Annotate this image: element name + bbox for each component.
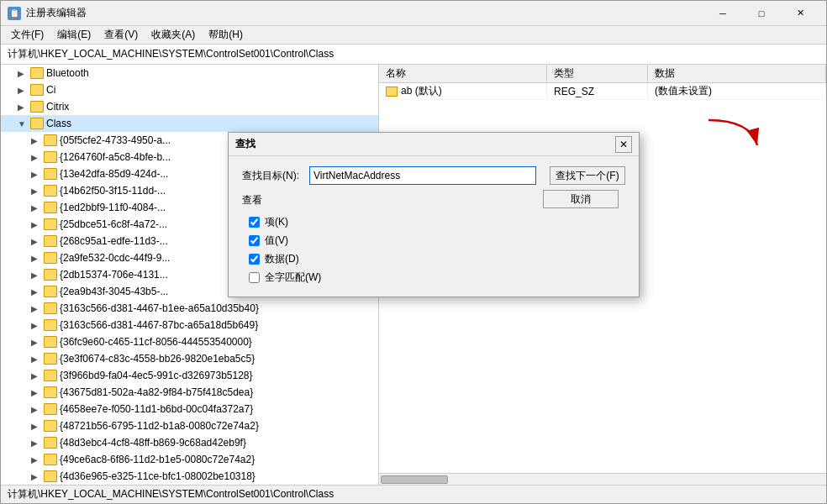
- status-bar: 计算机\HKEY_LOCAL_MACHINE\SYSTEM\ControlSet…: [1, 485, 826, 503]
- checkbox-whole-label: 全字匹配(W): [265, 270, 321, 285]
- tree-item[interactable]: ▶{4658ee7e-f050-11d1-b6bd-00c04fa372a7}: [1, 401, 378, 417]
- dialog-title-text: 查找: [235, 137, 255, 151]
- tree-item-label: {1264760f-a5c8-4bfe-b...: [60, 151, 171, 163]
- checkbox-whole[interactable]: [249, 272, 260, 283]
- folder-icon: [44, 386, 57, 398]
- tree-item[interactable]: ▶{43675d81-502a-4a82-9f84-b75f418c5dea}: [1, 384, 378, 401]
- tree-item[interactable]: ▼Class: [1, 115, 378, 132]
- tree-item[interactable]: ▶{3e3f0674-c83c-4558-bb26-9820e1eba5c5}: [1, 350, 378, 367]
- menu-bar: 文件(F) 编辑(E) 查看(V) 收藏夹(A) 帮助(H): [1, 26, 826, 45]
- menu-file[interactable]: 文件(F): [4, 26, 50, 44]
- tree-arrow-icon: ▶: [31, 304, 41, 313]
- col-header-type: 类型: [547, 65, 648, 82]
- folder-icon: [30, 118, 44, 129]
- tree-item-label: {4658ee7e-f050-11d1-b6bd-00c04fa372a7}: [60, 403, 253, 415]
- address-text: 计算机\HKEY_LOCAL_MACHINE\SYSTEM\ControlSet…: [8, 47, 334, 61]
- find-next-button[interactable]: 查找下一个(F): [550, 166, 625, 185]
- tree-item-label: {14b62f50-3f15-11dd-...: [60, 185, 166, 197]
- menu-edit[interactable]: 编辑(E): [50, 26, 97, 44]
- tree-item[interactable]: ▶{48d3ebc4-4cf8-48ff-b869-9c68ad42eb9f}: [1, 434, 378, 451]
- dialog-find-area: 查找目标(N): 查看 项(K) 值(V): [242, 166, 625, 286]
- tree-arrow-icon: ▶: [31, 422, 41, 431]
- tree-arrow-icon: ▶: [31, 321, 41, 330]
- tree-item[interactable]: ▶{36fc9e60-c465-11cf-8056-444553540000}: [1, 333, 378, 350]
- tree-item-label: {49ce6ac8-6f86-11d2-b1e5-0080c72e74a2}: [60, 454, 255, 465]
- tree-item[interactable]: ▶{3163c566-d381-4467-87bc-a65a18d5b649}: [1, 317, 378, 333]
- main-content: ▶Bluetooth▶Ci▶Citrix▼Class▶{05f5cfe2-473…: [1, 65, 826, 485]
- tree-arrow-icon: ▶: [31, 371, 41, 381]
- right-rows: ab (默认)REG_SZ(数值未设置): [379, 83, 826, 100]
- checkbox-data-row: 数据(D): [249, 249, 536, 268]
- tree-item-label: Citrix: [46, 101, 69, 113]
- tree-item[interactable]: ▶Bluetooth: [1, 65, 378, 81]
- checkbox-keys[interactable]: [249, 217, 260, 228]
- scroll-thumb[interactable]: [381, 475, 448, 484]
- folder-icon: [44, 134, 57, 146]
- tree-arrow-icon: ▶: [31, 203, 41, 213]
- menu-help[interactable]: 帮助(H): [202, 26, 250, 44]
- tree-item-label: {3163c566-d381-4467-b1ee-a65a10d35b40}: [60, 302, 259, 314]
- folder-icon: [44, 286, 57, 297]
- tree-item-label: {1ed2bbf9-11f0-4084-...: [60, 202, 166, 213]
- status-text: 计算机\HKEY_LOCAL_MACHINE\SYSTEM\ControlSet…: [8, 487, 334, 501]
- tree-arrow-icon: ▶: [18, 102, 28, 112]
- tree-item[interactable]: ▶Citrix: [1, 98, 378, 115]
- tree-arrow-icon: ▶: [31, 455, 41, 465]
- dialog-title-bar: 查找 ✕: [229, 133, 639, 156]
- tree-item[interactable]: ▶{48721b56-6795-11d2-b1a8-0080c72e74a2}: [1, 417, 378, 434]
- find-dialog: 查找 ✕ 查找目标(N): 查看: [228, 132, 640, 297]
- menu-view[interactable]: 查看(V): [97, 26, 145, 44]
- folder-icon: [44, 302, 57, 314]
- col-header-name: 名称: [379, 65, 547, 82]
- tree-arrow-icon: ▶: [31, 405, 41, 414]
- tree-arrow-icon: ▶: [31, 287, 41, 297]
- tree-item[interactable]: ▶Ci: [1, 81, 378, 98]
- folder-icon: [44, 403, 57, 415]
- cell-type: REG_SZ: [547, 83, 648, 99]
- tree-item-label: {13e42dfa-85d9-424d-...: [60, 168, 168, 180]
- checkbox-data[interactable]: [249, 254, 260, 265]
- find-input[interactable]: [309, 166, 536, 185]
- dialog-close-button[interactable]: ✕: [615, 136, 632, 153]
- tree-item[interactable]: ▶{3163c566-d381-4467-b1ee-a65a10d35b40}: [1, 300, 378, 317]
- tree-item-label: {2a9fe532-0cdc-44f9-9...: [60, 252, 170, 264]
- cell-data: (数值未设置): [648, 83, 826, 99]
- tree-item-label: {3e3f0674-c83c-4558-bb26-9820e1eba5c5}: [60, 353, 255, 365]
- folder-icon: [44, 269, 57, 281]
- maximize-button[interactable]: □: [742, 1, 781, 26]
- checkbox-values[interactable]: [249, 235, 260, 246]
- tree-item-label: {2db15374-706e-4131...: [60, 269, 168, 281]
- menu-favorites[interactable]: 收藏夹(A): [145, 26, 202, 44]
- folder-icon: [44, 470, 57, 482]
- tree-arrow-icon: ▶: [31, 472, 41, 481]
- tree-arrow-icon: ▶: [31, 388, 41, 397]
- window-title: 注册表编辑器: [26, 6, 87, 20]
- tree-item[interactable]: ▶{49ce6ac8-6f86-11d2-b1e5-0080c72e74a2}: [1, 451, 378, 468]
- title-bar: 📋 注册表编辑器 ─ □ ✕: [1, 1, 826, 26]
- tree-item-label: {3163c566-d381-4467-87bc-a65a18d5b649}: [60, 319, 258, 331]
- tree-item-label: {05f5cfe2-4733-4950-a...: [60, 134, 171, 146]
- tree-arrow-icon: ▶: [31, 438, 41, 448]
- folder-icon: [44, 252, 57, 264]
- folder-icon: [44, 319, 57, 331]
- folder-icon: [44, 202, 57, 213]
- minimize-button[interactable]: ─: [703, 1, 742, 26]
- tree-arrow-icon: ▶: [31, 153, 41, 162]
- tree-item[interactable]: ▶{4d36e965-e325-11ce-bfc1-08002be10318}: [1, 468, 378, 485]
- checkbox-keys-label: 项(K): [265, 215, 288, 229]
- cancel-button[interactable]: 取消: [543, 190, 619, 208]
- title-bar-left: 📋 注册表编辑器: [8, 6, 87, 20]
- close-button[interactable]: ✕: [781, 1, 819, 26]
- folder-icon: [44, 185, 57, 197]
- cell-name: ab (默认): [379, 83, 547, 99]
- tree-item[interactable]: ▶{3f966bd9-fa04-4ec5-991c-d326973b5128}: [1, 367, 378, 384]
- window-controls: ─ □ ✕: [703, 1, 819, 26]
- horizontal-scrollbar[interactable]: [379, 473, 826, 485]
- tree-arrow-icon: ▼: [18, 119, 28, 129]
- tree-arrow-icon: ▶: [31, 186, 41, 196]
- tree-arrow-icon: ▶: [18, 86, 28, 95]
- folder-icon: [44, 235, 57, 247]
- col-header-data: 数据: [648, 65, 826, 82]
- checkbox-data-label: 数据(D): [265, 252, 299, 266]
- tree-arrow-icon: ▶: [31, 136, 41, 145]
